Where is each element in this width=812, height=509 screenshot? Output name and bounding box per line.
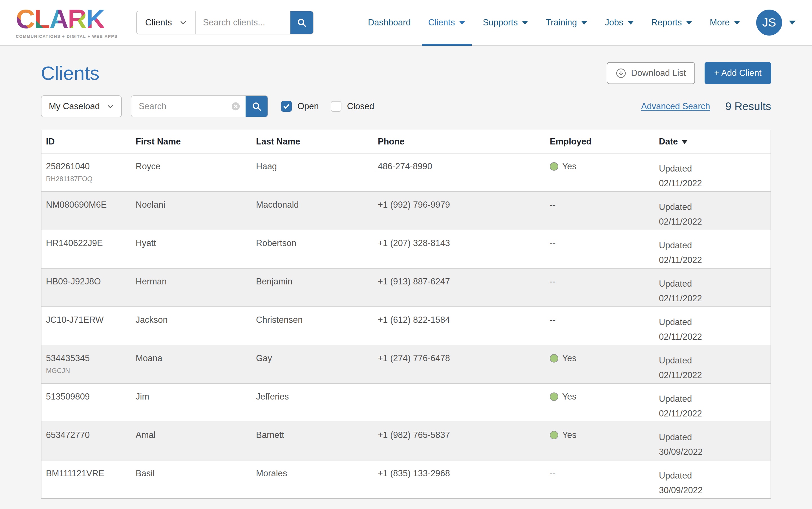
client-phone: +1 (913) 887-6247 [378, 276, 450, 286]
column-header-first-name[interactable]: First Name [136, 137, 256, 147]
client-phone: +1 (992) 796-9979 [378, 200, 450, 210]
download-icon [616, 68, 626, 78]
client-id: 653472770 [46, 430, 136, 440]
employed-value: -- [550, 468, 556, 478]
account-menu[interactable]: JS [756, 9, 796, 36]
search-scope-value: Clients [145, 18, 172, 28]
phone-cell: 486-274-8990 [378, 154, 550, 191]
advanced-search-link[interactable]: Advanced Search [641, 101, 710, 111]
first-name-cell: Jackson [136, 307, 256, 345]
closed-checkbox-group[interactable]: Closed [331, 101, 374, 112]
chevron-down-icon [789, 21, 796, 25]
client-id: HR140622J9E [46, 238, 136, 248]
filter-search-input[interactable] [132, 96, 246, 117]
employed-value: Yes [562, 161, 577, 171]
table-row[interactable]: 653472770 Amal Barnett +1 (982) 765-5837… [41, 421, 771, 460]
nav-link-training[interactable]: Training [537, 0, 596, 45]
column-header-label: Last Name [256, 137, 300, 146]
table-row[interactable]: 534435345 MGCJN Moana Gay +1 (274) 776-6… [41, 345, 771, 383]
open-checkbox-group[interactable]: Open [281, 101, 319, 112]
phone-cell: +1 (992) 796-9979 [378, 192, 550, 230]
first-name-cell: Amal [136, 422, 256, 460]
last-name-cell: Morales [256, 461, 378, 498]
filter-row: My Caseload Open [41, 95, 771, 117]
date-cell: Updated 30/09/2022 [659, 422, 771, 460]
employed-value: -- [550, 238, 556, 248]
nav-link-label: Reports [651, 18, 682, 28]
last-name-cell: Barnett [256, 422, 378, 460]
global-search-bar: Clients [136, 11, 313, 34]
date-cell: Updated 02/11/2022 [659, 230, 771, 268]
table-row[interactable]: NM080690M6E Noelani Macdonald +1 (992) 7… [41, 191, 771, 230]
clear-search-icon[interactable] [231, 102, 241, 111]
results-count: 9 Results [725, 100, 771, 112]
nav-link-clients[interactable]: Clients [419, 0, 474, 45]
nav-link-supports[interactable]: Supports [474, 0, 537, 45]
nav-link-label: Supports [483, 18, 518, 28]
nav-link-more[interactable]: More [701, 0, 749, 45]
date-updated-label: Updated [659, 238, 771, 253]
client-id: 513509809 [46, 392, 136, 402]
page-title: Clients [41, 62, 100, 84]
id-cell: BM111121VRE [41, 461, 136, 498]
last-name-cell: Christensen [256, 307, 378, 345]
search-scope-dropdown[interactable]: Clients [137, 11, 196, 34]
phone-cell: +1 (207) 328-8143 [378, 230, 550, 268]
global-search-button[interactable] [290, 11, 313, 34]
client-phone: +1 (982) 765-5837 [378, 430, 450, 440]
employed-dot-icon [550, 431, 558, 439]
employed-cell: Yes [550, 422, 659, 460]
open-checkbox[interactable] [281, 101, 292, 112]
add-client-button[interactable]: + Add Client [705, 62, 771, 84]
client-sub-id: RH281187FOQ [46, 175, 136, 183]
nav-link-reports[interactable]: Reports [642, 0, 701, 45]
chevron-down-icon [581, 21, 587, 25]
column-header-label: Employed [550, 137, 592, 146]
column-header-last-name[interactable]: Last Name [256, 137, 378, 147]
date-updated-label: Updated [659, 353, 771, 368]
nav-link-dashboard[interactable]: Dashboard [359, 0, 419, 45]
client-phone: +1 (612) 822-1584 [378, 315, 450, 325]
table-row[interactable]: HB09-J92J8O Herman Benjamin +1 (913) 887… [41, 268, 771, 306]
table-row[interactable]: JC10-J71ERW Jackson Christensen +1 (612)… [41, 306, 771, 345]
client-last-name: Gay [256, 353, 272, 363]
check-icon [283, 102, 290, 110]
table-row[interactable]: 258261040 RH281187FOQ Royce Haag 486-274… [41, 153, 771, 191]
chevron-down-icon [628, 21, 634, 25]
logo-wordmark: CLARK [16, 6, 118, 32]
client-last-name: Macdonald [256, 200, 299, 210]
employed-dot-icon [550, 393, 558, 401]
logo-letter: C [16, 6, 34, 32]
client-last-name: Benjamin [256, 276, 292, 286]
header-actions: Download List + Add Client [607, 62, 771, 84]
first-name-cell: Jim [136, 384, 256, 421]
table-row[interactable]: HR140622J9E Hyatt Robertson +1 (207) 328… [41, 230, 771, 268]
column-header-id[interactable]: ID [41, 137, 136, 147]
employed-cell: Yes [550, 384, 659, 421]
caseload-dropdown[interactable]: My Caseload [41, 95, 122, 117]
download-list-button[interactable]: Download List [607, 62, 695, 84]
id-cell: 258261040 RH281187FOQ [41, 154, 136, 191]
closed-checkbox[interactable] [331, 101, 341, 112]
employed-value: Yes [562, 392, 577, 402]
table-row[interactable]: 513509809 Jim Jefferies Yes Updated 02/1… [41, 383, 771, 421]
column-header-date[interactable]: Date [659, 137, 771, 147]
clark-logo[interactable]: CLARK COMMUNICATIONS + DIGITAL + WEB APP… [16, 6, 118, 38]
nav-link-label: Jobs [605, 18, 623, 28]
column-header-employed[interactable]: Employed [550, 137, 659, 147]
column-header-phone[interactable]: Phone [378, 137, 550, 147]
search-icon [297, 18, 307, 28]
nav-link-jobs[interactable]: Jobs [596, 0, 642, 45]
client-last-name: Barnett [256, 430, 284, 440]
last-name-cell: Jefferies [256, 384, 378, 421]
filter-search-button[interactable] [246, 96, 267, 117]
caseload-value: My Caseload [49, 101, 100, 111]
page-header: Clients Download List + Add Client [41, 62, 771, 84]
date-updated-label: Updated [659, 392, 771, 406]
global-search-input[interactable] [196, 11, 290, 34]
last-name-cell: Gay [256, 345, 378, 383]
client-id: JC10-J71ERW [46, 315, 136, 325]
table-row[interactable]: BM111121VRE Basil Morales +1 (835) 133-2… [41, 460, 771, 498]
date-cell: Updated 02/11/2022 [659, 269, 771, 306]
download-list-label: Download List [631, 68, 686, 78]
